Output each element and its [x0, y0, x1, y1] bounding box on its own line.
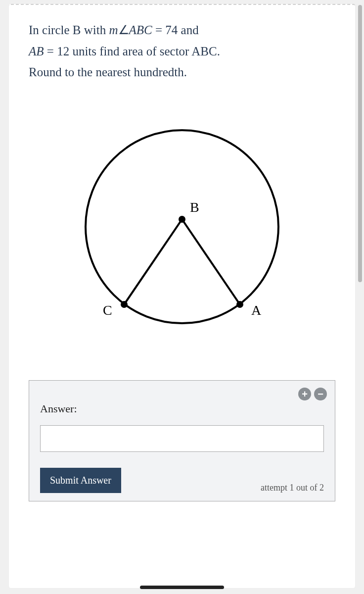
point-b-dot [179, 216, 185, 223]
attempt-counter: attempt 1 out of 2 [261, 483, 324, 493]
circle-outline [86, 130, 278, 323]
question-card: In circle B with m∠ABC = 74 and AB = 12 … [9, 4, 355, 588]
answer-bottom-row: Submit Answer attempt 1 out of 2 [40, 468, 324, 493]
radius-bc [124, 219, 182, 304]
minus-icon: − [318, 389, 323, 399]
circle-diagram: B A C [68, 113, 296, 341]
point-c-dot [121, 301, 128, 308]
angle-symbol: ∠ [118, 23, 129, 37]
label-b: B [190, 199, 199, 215]
home-indicator [140, 586, 224, 589]
submit-button[interactable]: Submit Answer [40, 468, 121, 493]
point-a-dot [236, 301, 243, 308]
q-and: and [178, 23, 198, 37]
answer-box: + − Answer: Submit Answer attempt 1 out … [29, 380, 335, 501]
answer-input[interactable] [40, 425, 324, 452]
q-abc: ABC [129, 23, 152, 37]
q-line1-pre: In circle B with [29, 23, 109, 37]
q-eq: = 74 [152, 23, 178, 37]
scrollbar-thumb[interactable] [358, 5, 362, 282]
answer-label: Answer: [40, 402, 324, 415]
zoom-in-button[interactable]: + [298, 388, 311, 400]
plus-icon: + [302, 389, 308, 399]
radius-ba [182, 219, 240, 304]
label-a: A [251, 302, 262, 318]
q-ab: AB [29, 45, 44, 58]
diagram-area: B A C [29, 113, 335, 341]
q-m: m [109, 23, 118, 37]
scrollbar-track[interactable] [358, 5, 362, 584]
zoom-controls: + − [298, 388, 327, 400]
label-c: C [103, 302, 112, 318]
q-line3: Round to the nearest hundredth. [29, 65, 187, 79]
q-line2-rest: = 12 units find area of sector ABC. [44, 45, 220, 58]
question-text: In circle B with m∠ABC = 74 and AB = 12 … [29, 20, 335, 83]
app-frame: In circle B with m∠ABC = 74 and AB = 12 … [0, 0, 364, 594]
zoom-out-button[interactable]: − [314, 388, 327, 400]
